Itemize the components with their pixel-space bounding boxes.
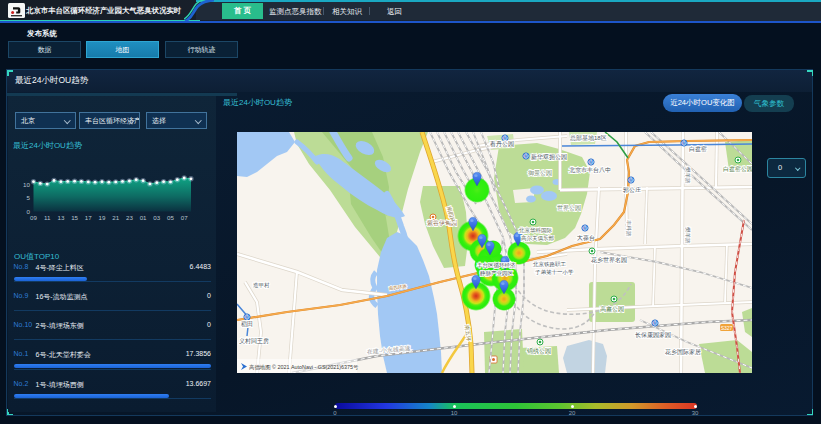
svg-text:高鑫公园: 高鑫公园 [600, 305, 624, 313]
svg-text:丰台区循环经济: 丰台区循环经济 [477, 262, 516, 269]
svg-text:樊羊路: 樊羊路 [685, 167, 691, 184]
svg-text:大葆台: 大葆台 [577, 234, 595, 242]
svg-text:高尔夫俱乐部: 高尔夫俱乐部 [521, 235, 555, 242]
svg-text:锦绣公园: 锦绣公园 [526, 347, 551, 355]
svg-text:花乡世界名园: 花乡世界名园 [591, 257, 627, 264]
svg-text:高德地图 © 2021 AutoNavi - GS(2021: 高德地图 © 2021 AutoNavi - GS(2021)6375号 [249, 364, 359, 371]
svg-text:世界公园: 世界公园 [557, 205, 581, 212]
svg-text:北京市丰台八中: 北京市丰台八中 [569, 166, 611, 174]
svg-text:御景公园: 御景公园 [528, 170, 552, 177]
svg-text:长保康园家园: 长保康园家园 [635, 331, 671, 339]
svg-text:总部基地18区: 总部基地18区 [569, 134, 607, 142]
svg-text:白盆窑: 白盆窑 [689, 145, 707, 153]
svg-text:花乡国际家居: 花乡国际家居 [665, 348, 701, 356]
svg-text:义村回王房: 义村回王房 [239, 337, 269, 345]
svg-text:郭公庄: 郭公庄 [622, 186, 641, 194]
svg-text:白盆窑公园: 白盆窑公园 [723, 165, 752, 173]
svg-text:静脉产业园区: 静脉产业园区 [480, 270, 514, 277]
svg-text:樊羊路: 樊羊路 [685, 227, 691, 244]
svg-text:看丹公园: 看丹公园 [489, 140, 514, 148]
svg-text:丰科路: 丰科路 [626, 220, 632, 237]
svg-text:新华双拥公园: 新华双拥公园 [531, 153, 567, 161]
svg-text:北京铁路职工: 北京铁路职工 [532, 261, 567, 268]
svg-text:北京华科国际: 北京华科国际 [518, 227, 553, 234]
svg-text:造甲村: 造甲村 [253, 282, 270, 289]
svg-text:S327: S327 [721, 325, 733, 331]
svg-text:子弟第十一小学: 子弟第十一小学 [535, 269, 574, 275]
svg-text:稻田: 稻田 [241, 321, 253, 328]
